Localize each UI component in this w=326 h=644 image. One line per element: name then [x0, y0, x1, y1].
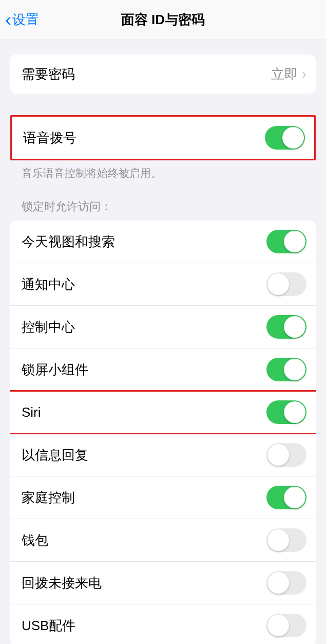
- lock-item-toggle[interactable]: [266, 486, 306, 509]
- back-label: 设置: [12, 11, 39, 29]
- lock-item-row: 通知中心: [10, 263, 316, 306]
- lock-item-label: 通知中心: [22, 275, 75, 293]
- lock-item-label: 今天视图和搜索: [22, 233, 115, 251]
- lock-item-toggle[interactable]: [266, 614, 306, 637]
- lock-item-toggle[interactable]: [266, 528, 306, 552]
- toggle-knob: [284, 231, 305, 252]
- page-title: 面容 ID与密码: [121, 11, 205, 29]
- lock-item-row: 控制中心: [10, 306, 316, 348]
- lock-item-toggle[interactable]: [266, 230, 306, 253]
- lock-item-label: Siri: [22, 404, 41, 420]
- lock-item-toggle[interactable]: [266, 400, 306, 424]
- require-passcode-row[interactable]: 需要密码 立即 ›: [10, 54, 316, 94]
- highlight-voice-dial: 语音拨号: [10, 115, 316, 160]
- toggle-knob: [284, 316, 305, 338]
- lock-item-label: USB配件: [22, 617, 75, 635]
- lock-item-label: 控制中心: [22, 318, 75, 336]
- voice-dial-row: 语音拨号: [12, 117, 314, 159]
- lock-item-row: 钱包: [10, 519, 316, 562]
- lock-item-toggle[interactable]: [266, 315, 306, 339]
- lock-item-row: 回拨未接来电: [10, 562, 316, 604]
- voice-dial-group: 语音拨号: [12, 117, 314, 159]
- voice-dial-toggle[interactable]: [265, 126, 305, 150]
- lock-item-row: USB配件: [10, 604, 316, 644]
- lock-item-row: Siri: [10, 391, 316, 434]
- lock-section-header: 锁定时允许访问：: [10, 180, 316, 220]
- require-passcode-value: 立即: [271, 65, 298, 83]
- toggle-knob: [284, 401, 305, 423]
- lock-item-label: 家庭控制: [22, 489, 75, 507]
- lock-item-toggle[interactable]: [266, 358, 306, 381]
- toggle-knob: [267, 273, 289, 295]
- back-button[interactable]: ‹ 设置: [5, 11, 39, 29]
- nav-header: ‹ 设置 面容 ID与密码: [0, 0, 326, 40]
- lock-item-row: 今天视图和搜索: [10, 220, 316, 263]
- lock-item-label: 回拨未接来电: [22, 574, 102, 592]
- lock-item-toggle[interactable]: [266, 272, 306, 296]
- lock-item-label: 锁屏小组件: [22, 361, 88, 379]
- toggle-knob: [267, 444, 289, 466]
- toggle-knob: [267, 529, 289, 551]
- lock-item-label: 以信息回复: [22, 446, 88, 464]
- require-passcode-label: 需要密码: [22, 65, 75, 83]
- lock-item-label: 钱包: [22, 531, 48, 549]
- lock-item-toggle[interactable]: [266, 443, 306, 467]
- lock-item-row: 家庭控制: [10, 476, 316, 519]
- voice-dial-label: 语音拨号: [23, 129, 76, 147]
- chevron-right-icon: ›: [302, 66, 306, 82]
- toggle-knob: [284, 359, 305, 380]
- lock-item-toggle[interactable]: [266, 571, 306, 595]
- toggle-knob: [284, 487, 305, 508]
- toggle-knob: [267, 572, 289, 594]
- toggle-knob: [282, 127, 304, 149]
- require-passcode-group: 需要密码 立即 ›: [10, 54, 316, 94]
- lock-item-row: 以信息回复: [10, 434, 316, 476]
- voice-dial-footer: 音乐语音控制将始终被启用。: [10, 160, 316, 180]
- chevron-left-icon: ‹: [5, 11, 11, 29]
- lock-access-group: 今天视图和搜索通知中心控制中心锁屏小组件Siri以信息回复家庭控制钱包回拨未接来…: [10, 220, 316, 644]
- lock-item-row: 锁屏小组件: [10, 348, 316, 391]
- toggle-knob: [267, 615, 289, 636]
